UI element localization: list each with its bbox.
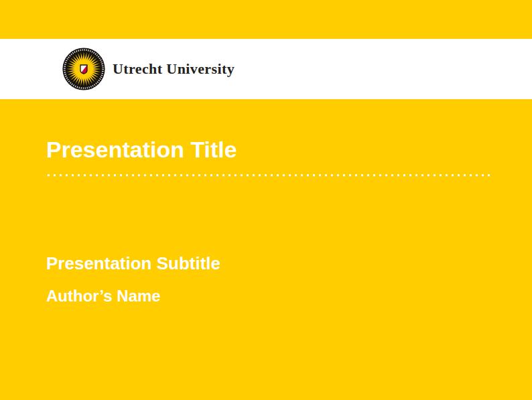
dotted-divider	[46, 174, 490, 177]
title-slide: Utrecht University Presentation Title Pr…	[0, 0, 532, 400]
utrecht-university-seal-icon	[62, 48, 105, 90]
presentation-title: Presentation Title	[46, 136, 237, 163]
presentation-subtitle: Presentation Subtitle	[46, 253, 220, 274]
author-name: Author’s Name	[46, 286, 161, 306]
header-band: Utrecht University	[0, 39, 532, 99]
org-name: Utrecht University	[113, 60, 235, 78]
